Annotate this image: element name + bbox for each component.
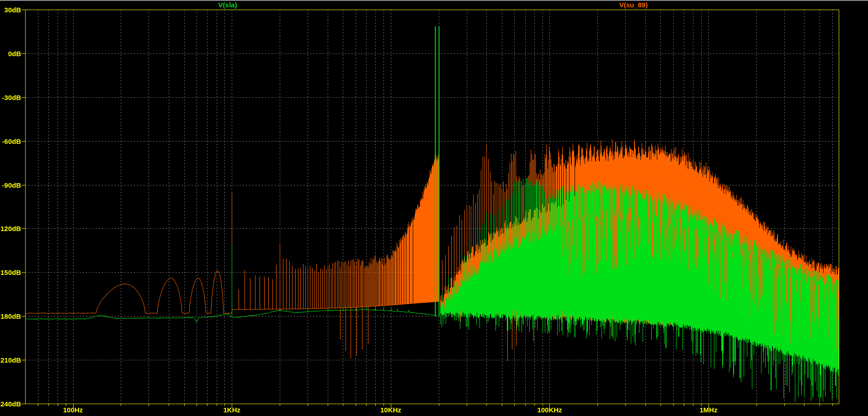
- y-axis-label: 0dB: [0, 49, 21, 57]
- y-axis-label: -210dB: [0, 356, 21, 364]
- y-axis-label: -240dB: [0, 400, 21, 408]
- y-axis-label: -60dB: [0, 137, 21, 145]
- x-axis-label: 10KHz: [380, 406, 401, 414]
- plot-pane: V(sla) V(su_89) 30dB0dB-30dB-60dB-90dB-1…: [0, 0, 868, 416]
- y-axis-label: -90dB: [0, 181, 21, 189]
- x-axis-label: 100Hz: [63, 406, 83, 414]
- y-axis-label: 30dB: [0, 6, 21, 14]
- legend-trace-vsla[interactable]: V(sla): [218, 1, 237, 9]
- x-axis-label: 1KHz: [223, 406, 240, 414]
- y-axis-label: -180dB: [0, 312, 21, 320]
- y-axis-label: -30dB: [0, 93, 21, 101]
- fft-plot-canvas[interactable]: [0, 0, 868, 416]
- x-axis-label: 1MHz: [700, 406, 718, 414]
- legend-trace-vsu89[interactable]: V(su_89): [619, 1, 648, 9]
- x-axis-label: 100KHz: [537, 406, 562, 414]
- y-axis-label: -120dB: [0, 225, 21, 232]
- y-axis-label: -150dB: [0, 269, 21, 276]
- window-top-edge: [0, 0, 868, 1]
